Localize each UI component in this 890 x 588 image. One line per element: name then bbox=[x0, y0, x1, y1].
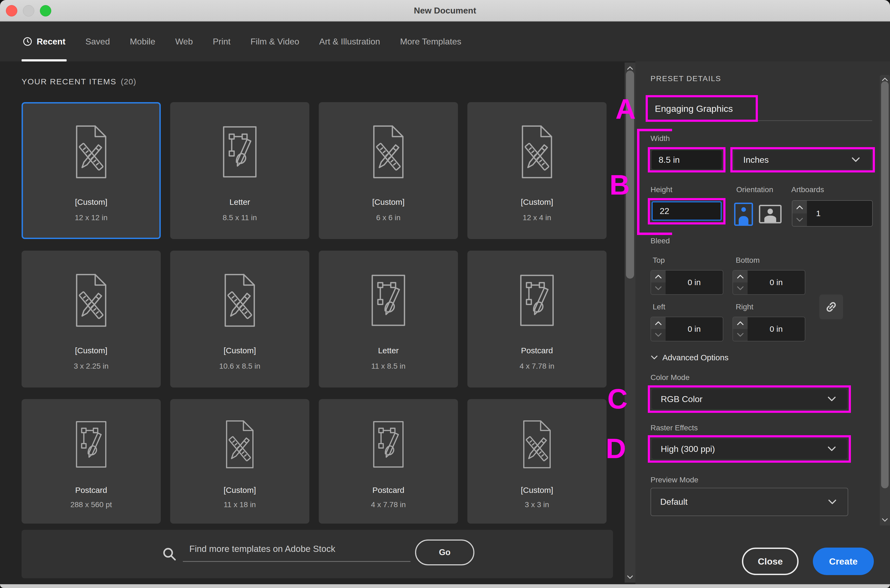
recent-items-scrollbar[interactable] bbox=[625, 63, 635, 583]
chevron-up-icon bbox=[737, 274, 744, 279]
template-card[interactable]: [Custom] 3 x 3 in bbox=[468, 399, 607, 524]
template-card[interactable]: Letter 11 x 8.5 in bbox=[319, 250, 458, 387]
increment-button[interactable] bbox=[733, 270, 747, 282]
color-mode-dropdown[interactable]: RGB Color bbox=[652, 389, 847, 409]
template-card[interactable]: Letter 8.5 x 11 in bbox=[170, 102, 309, 239]
tab-more-templates[interactable]: More Templates bbox=[400, 21, 461, 62]
tab-art-illustration[interactable]: Art & Illustration bbox=[319, 21, 380, 62]
tab-mobile[interactable]: Mobile bbox=[130, 21, 155, 62]
template-card[interactable]: [Custom] 11 x 18 in bbox=[170, 399, 309, 524]
increment-button[interactable] bbox=[733, 317, 747, 329]
doc-icon bbox=[199, 272, 280, 328]
scroll-down-icon[interactable] bbox=[881, 518, 888, 522]
increment-button[interactable] bbox=[651, 317, 666, 329]
bleed-left-input[interactable] bbox=[666, 324, 723, 334]
bleed-bottom-stepper[interactable] bbox=[732, 270, 805, 295]
recent-items-area: YOUR RECENT ITEMS(20) [Custom] 12 x 12 i… bbox=[0, 62, 625, 588]
decrement-button[interactable] bbox=[733, 329, 747, 341]
annotation-letter-b: B bbox=[609, 171, 630, 199]
template-card[interactable]: Postcard 4 x 7.78 in bbox=[319, 399, 458, 524]
bleed-right-label: Right bbox=[736, 303, 753, 311]
bleed-bottom-label: Bottom bbox=[736, 256, 760, 265]
link-bleed-values-button[interactable] bbox=[819, 294, 843, 320]
chevron-down-icon bbox=[651, 355, 658, 360]
tab-film-video[interactable]: Film & Video bbox=[251, 21, 299, 62]
advanced-options-toggle[interactable]: Advanced Options bbox=[651, 353, 728, 362]
chevron-down-icon bbox=[828, 499, 837, 505]
bleed-left-stepper[interactable] bbox=[651, 316, 723, 341]
landscape-icon bbox=[764, 208, 776, 222]
document-name-input[interactable] bbox=[648, 103, 756, 114]
raster-effects-dropdown[interactable]: High (300 ppi) bbox=[652, 439, 847, 459]
stock-search-input[interactable] bbox=[183, 540, 410, 562]
decrement-button[interactable] bbox=[733, 282, 747, 294]
artboards-stepper[interactable] bbox=[792, 200, 873, 226]
bleed-top-input[interactable] bbox=[666, 278, 723, 287]
panel-scrollbar[interactable] bbox=[880, 75, 890, 525]
link-icon bbox=[825, 300, 838, 314]
search-icon bbox=[162, 546, 177, 562]
create-button[interactable]: Create bbox=[813, 548, 874, 575]
decrement-button[interactable] bbox=[651, 329, 666, 341]
artboards-label: Artboards bbox=[791, 185, 824, 194]
doc-icon bbox=[496, 124, 577, 180]
doc-icon bbox=[51, 124, 132, 180]
portrait-icon bbox=[739, 207, 749, 225]
decrement-button[interactable] bbox=[792, 213, 807, 226]
color-mode-label: Color Mode bbox=[651, 373, 690, 382]
template-category-tabs: Recent Saved Mobile Web Print Film & Vid… bbox=[0, 21, 890, 62]
go-button[interactable]: Go bbox=[415, 540, 474, 566]
orientation-label: Orientation bbox=[736, 185, 773, 194]
document-name-field[interactable] bbox=[648, 97, 756, 120]
bleed-left-label: Left bbox=[652, 303, 665, 311]
orientation-portrait-button[interactable] bbox=[734, 202, 753, 226]
width-input[interactable] bbox=[652, 154, 722, 165]
increment-button[interactable] bbox=[651, 270, 666, 282]
chevron-down-icon bbox=[851, 157, 860, 163]
tab-recent[interactable]: Recent bbox=[23, 21, 66, 62]
recent-items-count: (20) bbox=[121, 77, 136, 86]
template-card[interactable]: [Custom] 12 x 4 in bbox=[468, 102, 607, 239]
height-input[interactable] bbox=[652, 206, 721, 216]
bleed-top-stepper[interactable] bbox=[651, 270, 723, 295]
scroll-up-icon[interactable] bbox=[881, 77, 888, 81]
chevron-down-icon bbox=[737, 286, 744, 291]
doc-icon bbox=[51, 272, 132, 328]
orientation-landscape-button[interactable] bbox=[759, 205, 782, 224]
template-card[interactable]: Postcard 4 x 7.78 in bbox=[468, 250, 607, 387]
scroll-down-icon[interactable] bbox=[627, 575, 633, 579]
divider bbox=[651, 120, 872, 121]
scrollbar-thumb[interactable] bbox=[881, 81, 888, 488]
units-dropdown[interactable]: Inches bbox=[734, 150, 871, 169]
close-button[interactable]: Close bbox=[742, 548, 798, 575]
vector-icon bbox=[496, 272, 577, 328]
template-card[interactable]: [Custom] 3 x 2.25 in bbox=[22, 250, 161, 387]
width-field[interactable] bbox=[652, 150, 722, 169]
template-card[interactable]: [Custom] 12 x 12 in bbox=[22, 102, 161, 239]
scroll-up-icon[interactable] bbox=[627, 66, 633, 70]
artboards-input[interactable] bbox=[807, 208, 872, 218]
chevron-up-icon bbox=[654, 274, 662, 279]
bleed-bottom-input[interactable] bbox=[747, 278, 805, 287]
increment-button[interactable] bbox=[792, 201, 807, 213]
tab-print[interactable]: Print bbox=[213, 21, 231, 62]
clock-icon bbox=[23, 37, 32, 46]
template-card[interactable]: Postcard 288 x 560 pt bbox=[22, 399, 161, 524]
tab-web[interactable]: Web bbox=[175, 21, 193, 62]
preset-details-panel: PRESET DETAILS Width Inches Height Orien… bbox=[635, 62, 890, 588]
vector-icon bbox=[199, 124, 280, 180]
tab-saved[interactable]: Saved bbox=[86, 21, 110, 62]
bleed-right-input[interactable] bbox=[747, 324, 805, 334]
annotation-letter-d: D bbox=[606, 434, 626, 462]
template-card-grid: [Custom] 12 x 12 in Letter 8.5 x 11 in [… bbox=[22, 102, 607, 524]
annotation-bracket bbox=[637, 129, 672, 131]
width-label: Width bbox=[651, 134, 670, 143]
preset-details-heading: PRESET DETAILS bbox=[651, 74, 721, 83]
bleed-right-stepper[interactable] bbox=[732, 316, 805, 341]
decrement-button[interactable] bbox=[651, 282, 666, 294]
annotation-bracket bbox=[637, 129, 639, 235]
template-card[interactable]: [Custom] 6 x 6 in bbox=[319, 102, 458, 239]
preview-mode-dropdown[interactable]: Default bbox=[651, 488, 848, 516]
height-field[interactable] bbox=[652, 201, 722, 221]
template-card[interactable]: [Custom] 10.6 x 8.5 in bbox=[170, 250, 309, 387]
